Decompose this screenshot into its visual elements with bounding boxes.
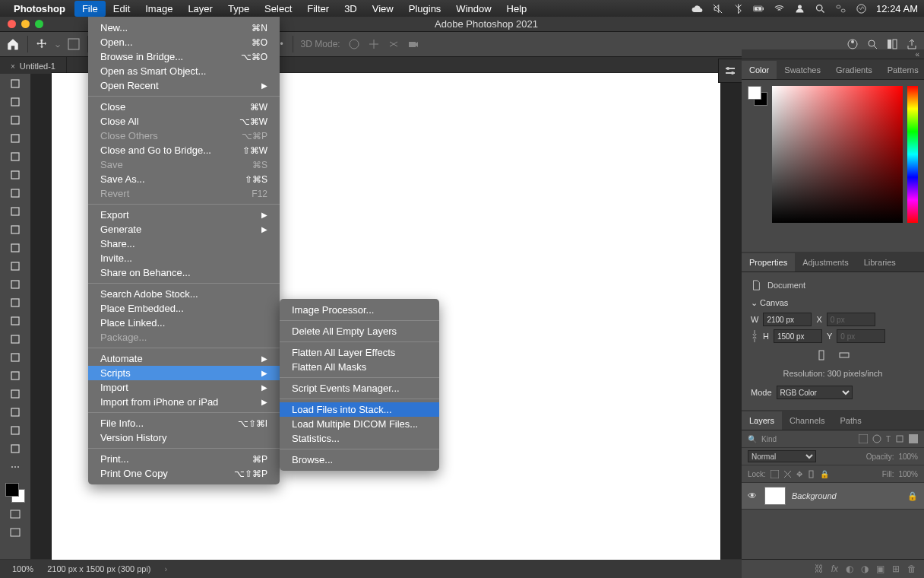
tab-libraries[interactable]: Libraries <box>856 253 903 272</box>
submenu-item[interactable]: Image Processor... <box>280 303 439 317</box>
menu-item[interactable]: Close and Go to Bridge...⇧⌘W <box>88 143 280 157</box>
collapsed-panel-icon[interactable] <box>718 59 742 83</box>
document-info[interactable]: 2100 px x 1500 px (300 ppi) <box>47 564 150 573</box>
menu-item[interactable]: Invite... <box>88 251 280 265</box>
submenu-item[interactable]: Flatten All Layer Effects <box>280 345 439 360</box>
tab-properties[interactable]: Properties <box>742 253 795 272</box>
lasso-tool-icon[interactable] <box>7 113 24 127</box>
eraser-tool-icon[interactable] <box>7 278 24 291</box>
filter-smart-icon[interactable] <box>909 434 918 443</box>
menu-item[interactable]: Generate▶ <box>88 222 280 237</box>
height-input[interactable] <box>774 329 822 343</box>
tab-paths[interactable]: Paths <box>833 411 869 430</box>
battery-icon[interactable] <box>753 3 764 14</box>
menu-item[interactable]: Scripts▶ <box>88 366 280 380</box>
link-wh-icon[interactable] <box>751 329 758 343</box>
menu-item[interactable]: File Info...⌥⇧⌘I <box>88 416 280 430</box>
type-tool-icon[interactable] <box>7 369 24 383</box>
pen-tool-icon[interactable] <box>7 351 24 364</box>
crop-tool-icon[interactable] <box>7 150 24 164</box>
menu-item[interactable]: Print...⌘P <box>88 452 280 466</box>
window-close-button[interactable] <box>8 20 16 28</box>
menu-item[interactable]: Place Embedded... <box>88 301 280 316</box>
zoom-level[interactable]: 100% <box>12 564 33 573</box>
layer-row[interactable]: 👁 Background 🔒 <box>742 483 924 510</box>
history-tool-icon[interactable] <box>7 259 24 273</box>
submenu-item[interactable]: Browse... <box>280 453 439 467</box>
fx-icon[interactable]: fx <box>831 564 838 574</box>
menu-item[interactable]: Place Linked... <box>88 316 280 330</box>
lock-artboard-icon[interactable] <box>807 470 815 478</box>
menu-help[interactable]: Help <box>499 1 535 17</box>
locked-icon[interactable]: 🔒 <box>907 491 918 501</box>
lock-all-icon[interactable]: 🔒 <box>820 470 829 478</box>
submenu-item[interactable]: Delete All Empty Layers <box>280 324 439 338</box>
menu-item[interactable]: Open as Smart Object... <box>88 64 280 78</box>
menu-item[interactable]: Open Recent▶ <box>88 78 280 93</box>
cloud-icon[interactable] <box>691 3 703 14</box>
menu-type[interactable]: Type <box>220 1 257 17</box>
menu-item[interactable]: Print One Copy⌥⇧⌘P <box>88 466 280 481</box>
zoom-tool-icon[interactable] <box>7 442 24 456</box>
tab-adjustments[interactable]: Adjustments <box>795 253 856 272</box>
no-audio-icon[interactable] <box>712 3 723 14</box>
hand-tool-icon[interactable] <box>7 424 24 437</box>
fill-value[interactable]: 100% <box>898 470 918 478</box>
collapse-panels-icon[interactable]: « <box>742 49 924 59</box>
move-tool-icon[interactable] <box>36 38 48 50</box>
shape-tool-icon[interactable] <box>7 405 24 419</box>
bluetooth-icon[interactable] <box>733 3 744 14</box>
menu-item[interactable]: Share on Behance... <box>88 265 280 280</box>
opacity-value[interactable]: 100% <box>898 453 918 461</box>
share-icon[interactable] <box>906 38 918 50</box>
dropdown-icon[interactable]: ⌵ <box>55 40 60 49</box>
menu-item[interactable]: Share... <box>88 237 280 251</box>
close-tab-icon[interactable]: × <box>11 62 15 71</box>
stamp-tool-icon[interactable] <box>7 241 24 255</box>
menu-view[interactable]: View <box>365 1 401 17</box>
menu-filter[interactable]: Filter <box>299 1 337 17</box>
tab-channels[interactable]: Channels <box>782 411 832 430</box>
control-center-icon[interactable] <box>835 3 846 14</box>
portrait-icon[interactable] <box>815 349 827 361</box>
spotlight-icon[interactable] <box>815 3 826 14</box>
home-icon[interactable] <box>6 37 20 51</box>
menu-item[interactable]: Search Adobe Stock... <box>88 287 280 301</box>
edit-toolbar-icon[interactable]: ⋯ <box>7 460 24 474</box>
menu-plugins[interactable]: Plugins <box>401 1 449 17</box>
layer-thumbnail[interactable] <box>764 487 786 505</box>
menu-item[interactable]: New...⌘N <box>88 21 280 35</box>
screen-mode-icon[interactable] <box>7 507 24 521</box>
cloud-docs-icon[interactable] <box>846 38 859 50</box>
menu-layer[interactable]: Layer <box>180 1 220 17</box>
lock-pixels-icon[interactable] <box>771 470 779 478</box>
menu-3d[interactable]: 3D <box>337 1 365 17</box>
path-tool-icon[interactable] <box>7 387 24 401</box>
menu-item[interactable]: Browse in Bridge...⌥⌘O <box>88 49 280 64</box>
color-mode-select[interactable]: RGB Color <box>777 386 853 399</box>
gradient-tool-icon[interactable] <box>7 296 24 310</box>
menu-select[interactable]: Select <box>257 1 299 17</box>
filter-image-icon[interactable] <box>859 434 868 443</box>
3d-camera-icon[interactable] <box>407 38 419 50</box>
color-fgbg-swatch[interactable] <box>748 86 767 106</box>
hue-slider[interactable] <box>907 86 918 223</box>
landscape-icon[interactable] <box>838 349 850 361</box>
quick-mask-icon[interactable] <box>7 526 24 539</box>
layer-name[interactable]: Background <box>792 491 901 500</box>
menu-file[interactable]: File <box>74 1 106 17</box>
menu-image[interactable]: Image <box>138 1 180 17</box>
submenu-item[interactable]: Script Events Manager... <box>280 381 439 395</box>
submenu-item[interactable]: Load Files into Stack... <box>280 402 439 417</box>
fg-bg-swatch[interactable] <box>5 483 25 503</box>
menu-item[interactable]: Import▶ <box>88 380 280 395</box>
blend-mode-select[interactable]: Normal <box>748 450 816 462</box>
menu-item[interactable]: Automate▶ <box>88 351 280 366</box>
link-layers-icon[interactable]: ⛓ <box>815 564 824 574</box>
workspace-icon[interactable] <box>886 38 898 50</box>
tab-gradients[interactable]: Gradients <box>828 61 880 79</box>
move-tool-icon[interactable] <box>7 77 24 91</box>
heal-tool-icon[interactable] <box>7 205 24 218</box>
window-maximize-button[interactable] <box>35 20 43 28</box>
menu-window[interactable]: Window <box>448 1 498 17</box>
